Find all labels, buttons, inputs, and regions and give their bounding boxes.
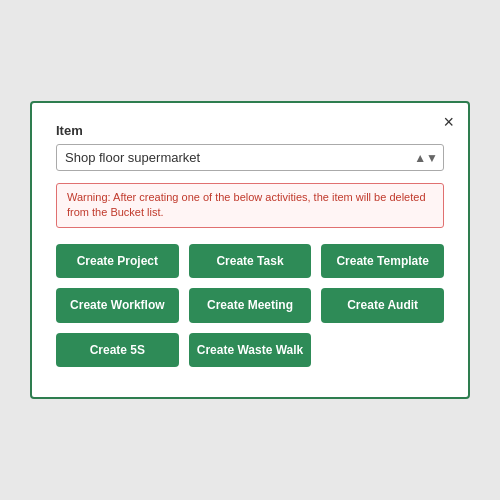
- create-project-button[interactable]: Create Project: [56, 244, 179, 278]
- item-label: Item: [56, 123, 444, 138]
- create-5s-button[interactable]: Create 5S: [56, 333, 179, 367]
- create-meeting-button[interactable]: Create Meeting: [189, 288, 312, 322]
- item-select-wrapper: Shop floor supermarket ▲▼: [56, 144, 444, 171]
- create-waste-walk-button[interactable]: Create Waste Walk: [189, 333, 312, 367]
- item-select[interactable]: Shop floor supermarket: [56, 144, 444, 171]
- create-workflow-button[interactable]: Create Workflow: [56, 288, 179, 322]
- create-task-button[interactable]: Create Task: [189, 244, 312, 278]
- create-template-button[interactable]: Create Template: [321, 244, 444, 278]
- warning-message: Warning: After creating one of the below…: [56, 183, 444, 228]
- close-button[interactable]: ×: [439, 111, 458, 133]
- create-audit-button[interactable]: Create Audit: [321, 288, 444, 322]
- dialog-container: × Item Shop floor supermarket ▲▼ Warning…: [30, 101, 470, 399]
- action-buttons-grid: Create Project Create Task Create Templa…: [56, 244, 444, 367]
